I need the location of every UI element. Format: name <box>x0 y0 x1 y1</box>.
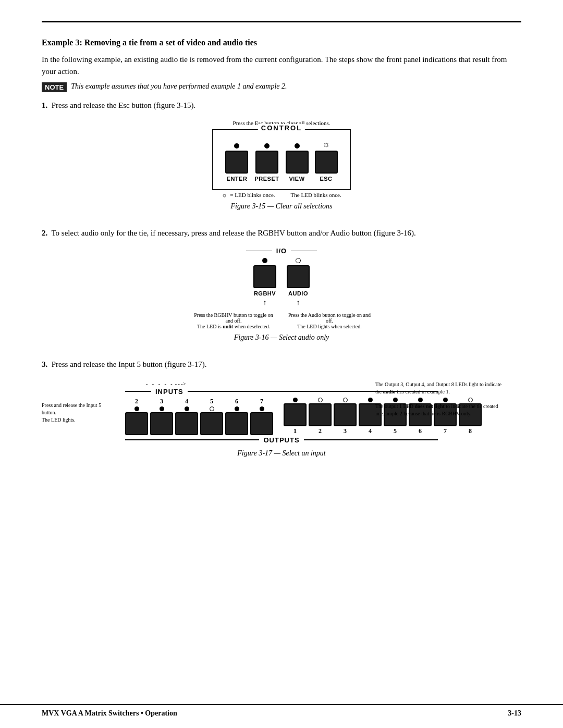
btn-enter[interactable] <box>225 151 248 174</box>
led-audio <box>296 258 301 263</box>
inputs-label: INPUTS <box>151 388 188 396</box>
arrow-rgbhv: ↑ <box>263 299 267 307</box>
ctrl-btn-esc: ☼ ESC <box>315 140 338 182</box>
io-panel: I/O RGBHV ↑ AUDIO ↑ <box>192 247 371 329</box>
fig17-note-right1: The Output 3, Output 4, and Output 8 LED… <box>375 381 501 387</box>
fig17-note-right3: The output 1 LED does not light to indic… <box>375 403 498 409</box>
ctrl-panel: CONTROL ENTER PRESET VIEW <box>212 129 350 190</box>
footer-title: MVX VGA A Matrix Switchers • Operation <box>42 709 177 718</box>
ctrl-label: CONTROL <box>258 124 305 132</box>
input-btn-3[interactable] <box>150 412 173 435</box>
out-num-8: 8 <box>459 427 482 435</box>
ctrl-btn-enter: ENTER <box>225 143 248 182</box>
in-led-3 <box>150 406 173 411</box>
intro-text: In the following example, an existing au… <box>42 54 521 77</box>
btn-esc[interactable] <box>315 151 338 174</box>
step3-text: 3. Press and release the Input 5 button … <box>42 359 521 371</box>
in-num-4: 4 <box>175 398 198 405</box>
note-text: This example assumes that you have perfo… <box>71 82 287 91</box>
arrow-audio: ↑ <box>297 299 300 307</box>
in-num-3: 3 <box>150 398 173 405</box>
page-footer: MVX VGA A Matrix Switchers • Operation 3… <box>0 704 563 718</box>
output-numbers-row: 1 2 3 4 5 6 7 8 <box>284 427 482 435</box>
in-num-5: 5 <box>200 398 223 405</box>
btn-audio[interactable] <box>287 265 310 288</box>
out-num-2: 2 <box>309 427 332 435</box>
output-btn-1[interactable] <box>284 403 307 426</box>
outputs-line-left <box>125 439 259 440</box>
in-num-6: 6 <box>225 398 248 405</box>
btn-preset[interactable] <box>255 151 278 174</box>
io-label: I/O <box>272 247 291 255</box>
out-num-6: 6 <box>409 427 432 435</box>
input-numbers-row: 2 3 4 5 6 7 <box>125 398 273 405</box>
input-btn-7[interactable] <box>250 412 273 435</box>
out-led-1 <box>284 398 307 402</box>
inputs-line-left <box>125 391 151 392</box>
fig16-caption: Figure 3-16 — Select audio only <box>234 334 329 342</box>
label-audio: AUDIO <box>288 290 308 297</box>
out-num-7: 7 <box>434 427 457 435</box>
outputs-label: OUTPUTS <box>259 436 303 444</box>
io-buttons-row: RGBHV ↑ AUDIO ↑ <box>253 258 310 307</box>
step1-text: 1. Press and release the Esc button (fig… <box>42 100 521 112</box>
outputs-line-right <box>304 439 438 440</box>
footer-page: 3-13 <box>508 709 521 718</box>
io-sub-notes: Press the RGBHV button to toggle on and … <box>192 312 371 329</box>
fig17-caption: Figure 3-17 — Select an input <box>42 449 521 458</box>
io-header: I/O <box>246 247 317 255</box>
out-num-3: 3 <box>334 427 357 435</box>
in-num-2: 2 <box>125 398 148 405</box>
led-note-text2: The LED blinks once. <box>291 192 341 198</box>
io-btn-audio: AUDIO ↑ <box>287 258 310 307</box>
fig17-note-right4: in example 2 because that tie is RGBHV o… <box>375 411 471 416</box>
led-preset <box>264 143 270 149</box>
fig17-note-right: The Output 3, Output 4, and Output 8 LED… <box>375 381 521 417</box>
output-btn-2[interactable] <box>309 403 332 426</box>
ctrl-buttons-row: ENTER PRESET VIEW ☼ ESC <box>225 140 337 182</box>
out-num-5: 5 <box>384 427 407 435</box>
note-block: NOTE This example assumes that you have … <box>42 82 521 92</box>
input-btn-4[interactable] <box>175 412 198 435</box>
ctrl-btn-view: VIEW <box>286 143 309 182</box>
input-btn-5[interactable] <box>200 412 223 435</box>
out-led-3 <box>334 398 357 402</box>
out-num-4: 4 <box>359 427 382 435</box>
step2-text: 2. To select audio only for the tie, if … <box>42 227 521 239</box>
dashed-connector: - - - - - <box>146 381 174 387</box>
label-esc: ESC <box>320 176 332 182</box>
input-section: 2 3 4 5 6 7 <box>125 398 273 435</box>
out-num-1: 1 <box>284 427 307 435</box>
fig17-note-left2: The LED lights. <box>42 417 76 423</box>
ctrl-btn-preset: PRESET <box>254 143 279 182</box>
input-btn-2[interactable] <box>125 412 148 435</box>
led-sun-symbol: ☼ <box>222 192 227 198</box>
led-note-text1: = LED blinks once. <box>230 192 275 198</box>
outputs-footer: OUTPUTS <box>125 436 438 444</box>
fig17-note-right2: the audio ties created in example 1. <box>375 389 450 394</box>
figure-16-container: I/O RGBHV ↑ AUDIO ↑ <box>42 247 521 350</box>
fig17-note-left: Press and release the Input 5 button. Th… <box>42 402 104 424</box>
input-leds-row <box>125 406 273 411</box>
in-led-5 <box>200 406 223 411</box>
input-btn-6[interactable] <box>225 412 248 435</box>
in-led-2 <box>125 406 148 411</box>
note-tag: NOTE <box>42 82 67 92</box>
dashed-arrow: - - -> <box>175 381 186 387</box>
btn-view[interactable] <box>286 151 309 174</box>
in-led-6 <box>225 406 248 411</box>
output-btn-3[interactable] <box>334 403 357 426</box>
label-view: VIEW <box>289 176 304 182</box>
in-led-7 <box>250 406 273 411</box>
example-title: Example 3: Removing a tie from a set of … <box>42 38 521 47</box>
figure-17-wrapper: Press and release the Input 5 button. Th… <box>42 381 521 444</box>
led-view <box>295 143 300 149</box>
label-enter: ENTER <box>227 176 248 182</box>
fig15-led-note: ☼ = LED blinks once. The LED blinks once… <box>222 192 341 198</box>
led-enter <box>234 143 239 149</box>
out-led-2 <box>309 398 332 402</box>
io-sub-note-audio: Press the Audio button to toggle on and … <box>288 312 371 329</box>
input-btns-row <box>125 412 273 435</box>
btn-rgbhv[interactable] <box>253 265 276 288</box>
figure-15-container: Press the Esc button to clear all select… <box>42 120 521 219</box>
